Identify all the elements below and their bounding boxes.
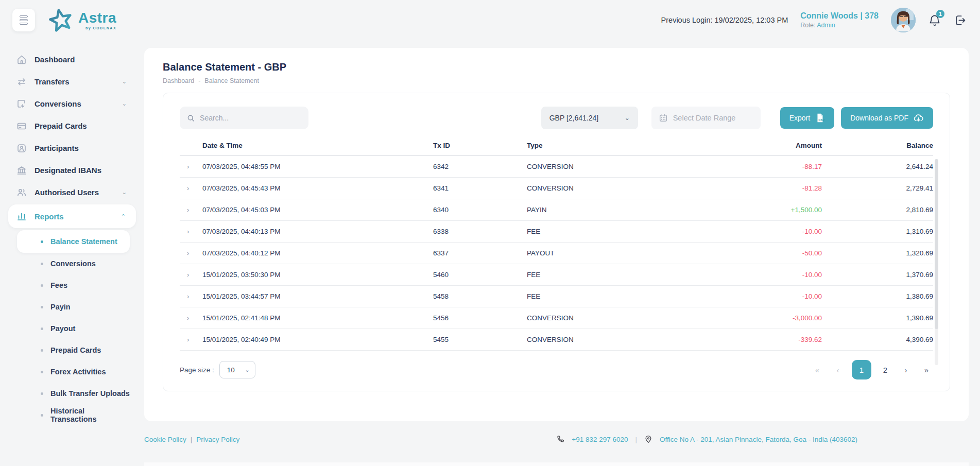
reports-submenu: Balance Statement Conversions Fees Payin (0, 230, 144, 426)
toolbar: GBP [2,641.24] ⌄ Select Date Range (180, 107, 933, 129)
footer-phone[interactable]: +91 832 297 6020 (572, 436, 628, 443)
table-row: › 07/03/2025, 04:48:55 PM 6342 CONVERSIO… (180, 156, 933, 178)
prev-page-button[interactable]: ‹ (831, 366, 845, 374)
brand-logo[interactable]: Astra by CODENAX (47, 7, 116, 33)
cell-amount: -3,000.00 (718, 314, 822, 322)
menu-toggle-button[interactable] (12, 9, 35, 31)
cell-type: FEE (527, 228, 718, 235)
footer-address[interactable]: Office No A - 201, Asian Pinnacle, Fator… (660, 436, 857, 443)
chevron-down-icon: ⌄ (122, 78, 127, 85)
row-expand-icon[interactable]: › (180, 292, 202, 300)
sidebar-subitem[interactable]: Historical Transactions (17, 404, 130, 426)
cell-date-time: 07/03/2025, 04:48:55 PM (202, 163, 433, 170)
row-expand-icon[interactable]: › (180, 249, 202, 257)
cell-type: CONVERSION (527, 336, 718, 343)
row-expand-icon[interactable]: › (180, 163, 202, 170)
table-row: › 07/03/2025, 04:45:43 PM 6341 CONVERSIO… (180, 178, 933, 199)
sidebar-subitem[interactable]: Payin (17, 296, 130, 318)
page-1-button[interactable]: 1 (852, 360, 871, 379)
cell-type: FEE (527, 271, 718, 279)
sidebar-item-transfers[interactable]: Transfers ⌄ (0, 71, 144, 93)
search-icon (187, 114, 195, 123)
notifications-button[interactable]: 1 (928, 13, 941, 27)
page-2-button[interactable]: 2 (879, 366, 892, 374)
row-expand-icon[interactable]: › (180, 184, 202, 192)
sidebar-subitem[interactable]: Bulk Transfer Uploads (17, 383, 130, 404)
sidebar-item-authorised-users[interactable]: Authorised Users ⌄ (0, 181, 144, 203)
col-tx-id: Tx ID (433, 142, 527, 149)
table-row: › 15/01/2025, 03:44:57 PM 5458 FEE -10.0… (180, 286, 933, 307)
sidebar-subitem[interactable]: Balance Statement (17, 230, 130, 253)
row-expand-icon[interactable]: › (180, 314, 202, 322)
table-row: › 15/01/2025, 03:50:30 PM 5460 FEE -10.0… (180, 264, 933, 286)
table-row: › 07/03/2025, 04:45:03 PM 6340 PAYIN +1,… (180, 199, 933, 221)
table-row: › 07/03/2025, 04:40:13 PM 6338 FEE -10.0… (180, 221, 933, 243)
table-scrollbar[interactable] (935, 159, 938, 365)
cell-amount: -88.17 (718, 163, 822, 170)
cell-amount: -50.00 (718, 249, 822, 257)
row-expand-icon[interactable]: › (180, 271, 202, 279)
sidebar-item-prepaid-cards[interactable]: Prepaid Cards (0, 115, 144, 137)
privacy-policy-link[interactable]: Privacy Policy (196, 436, 239, 443)
breadcrumb-dashboard[interactable]: Dashboard (163, 77, 194, 84)
cell-tx-id: 5460 (433, 271, 527, 279)
next-page-button[interactable]: › (899, 366, 913, 374)
row-expand-icon[interactable]: › (180, 228, 202, 235)
bullet-icon (41, 306, 43, 308)
sidebar-subitem[interactable]: Payout (17, 318, 130, 339)
star-logo-icon (47, 7, 74, 33)
row-expand-icon[interactable]: › (180, 206, 202, 214)
sidebar-subitem[interactable]: Forex Activities (17, 361, 130, 383)
search-input[interactable] (200, 114, 301, 122)
sidebar-item-reports[interactable]: Reports ⌃ (8, 204, 136, 228)
cell-tx-id: 6338 (433, 228, 527, 235)
download-pdf-button[interactable]: Download as PDF (841, 107, 933, 129)
location-pin-icon (644, 435, 652, 443)
table-body: › 07/03/2025, 04:48:55 PM 6342 CONVERSIO… (180, 156, 933, 351)
sidebar-item-participants[interactable]: Participants (0, 137, 144, 159)
brand-name: Astra (78, 11, 116, 25)
cell-amount: -10.00 (718, 228, 822, 235)
bar-chart-icon (16, 211, 27, 221)
avatar[interactable] (891, 8, 916, 32)
user-info[interactable]: Connie Woods | 378 Role: Admin (800, 10, 879, 30)
phone-icon (556, 435, 564, 443)
bullet-icon (41, 284, 43, 287)
sidebar-item-conversions[interactable]: Conversions ⌄ (0, 93, 144, 115)
cookie-policy-link[interactable]: Cookie Policy (144, 436, 186, 443)
cell-tx-id: 6342 (433, 163, 527, 170)
first-page-button[interactable]: « (811, 366, 824, 374)
date-range-picker[interactable]: Select Date Range (651, 107, 761, 129)
row-expand-icon[interactable]: › (180, 336, 202, 343)
cell-type: CONVERSION (527, 314, 718, 322)
cell-tx-id: 5455 (433, 336, 527, 343)
page-size-select[interactable]: 10 ⌄ (219, 361, 255, 378)
sidebar-subitem[interactable]: Prepaid Cards (17, 339, 130, 361)
search-box[interactable] (180, 107, 308, 129)
cell-amount: -81.28 (718, 184, 822, 192)
currency-select[interactable]: GBP [2,641.24] ⌄ (541, 107, 638, 129)
statement-card: GBP [2,641.24] ⌄ Select Date Range (163, 93, 950, 391)
logout-button[interactable] (954, 14, 967, 27)
col-amount: Amount (718, 142, 822, 149)
bullet-icon (41, 414, 43, 417)
transfers-icon (16, 77, 27, 87)
page-title: Balance Statement - GBP (163, 61, 950, 73)
sidebar-item-designated-ibans[interactable]: Designated IBANs (0, 159, 144, 181)
bullet-icon (41, 240, 43, 243)
sidebar-item-dashboard[interactable]: Dashboard (0, 48, 144, 71)
bullet-icon (41, 263, 43, 265)
cell-type: PAYIN (527, 206, 718, 214)
cell-tx-id: 6337 (433, 249, 527, 257)
scrollbar-thumb[interactable] (935, 159, 938, 329)
table-footer: Page size : 10 ⌄ « ‹ 1 2 › » (180, 360, 933, 379)
sidebar-subitem[interactable]: Fees (17, 274, 130, 296)
cell-tx-id: 5458 (433, 292, 527, 300)
logout-icon (954, 14, 967, 27)
export-button[interactable]: Export CSV (780, 107, 834, 129)
sidebar-subitem[interactable]: Conversions (17, 253, 130, 274)
cell-date-time: 15/01/2025, 02:40:49 PM (202, 336, 433, 343)
chevron-down-icon: ⌄ (122, 189, 127, 196)
last-page-button[interactable]: » (920, 366, 933, 374)
cell-amount: -339.62 (718, 336, 822, 343)
